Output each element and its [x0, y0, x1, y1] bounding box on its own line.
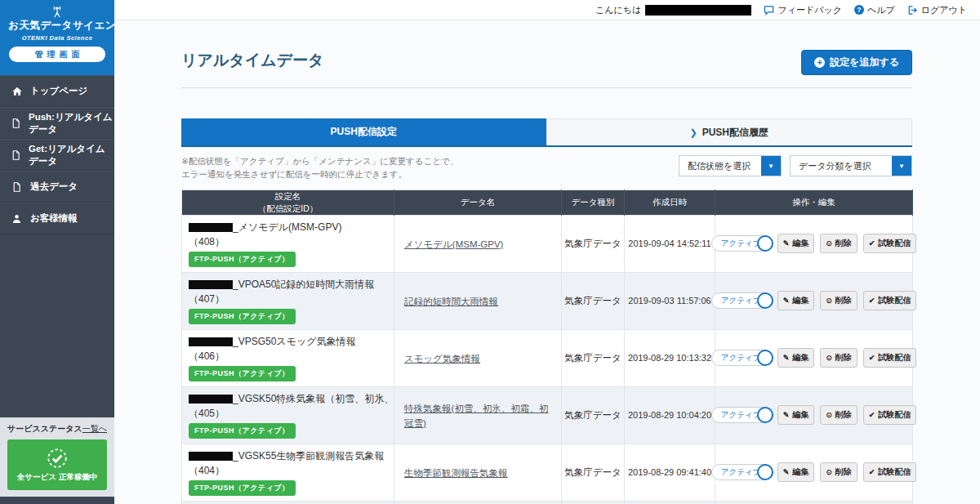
tab-push-history[interactable]: ❯ PUSH配信履歴 — [546, 118, 913, 145]
test-delivery-button[interactable]: ✔ 試験配信 — [863, 462, 917, 482]
table-row: _VPOA50記録的短時間大雨情報 （407） FTP-PUSH（アクティブ） … — [182, 272, 913, 329]
check-circle-icon — [46, 447, 69, 470]
data-name-link[interactable]: 生物季節観測報告気象報 — [404, 468, 508, 478]
check-icon: ✔ — [869, 411, 875, 419]
sidebar-item-push-realtime[interactable]: Push:リアルタイムデータ — [0, 107, 114, 139]
created-cell: 2019-09-04 14:52:11 — [625, 215, 715, 272]
service-status-box[interactable]: 全サービス 正常稼働中 — [7, 439, 107, 490]
toggle-knob[interactable] — [757, 464, 773, 480]
service-status-list-link[interactable]: 一覧へ — [82, 423, 107, 435]
data-name-link[interactable]: 記録的短時間大雨情報 — [404, 297, 498, 306]
data-name-link[interactable]: 特殊気象報(初雪、初氷、初霜、初冠雪) — [404, 404, 548, 428]
data-category-select[interactable]: データ分類を選択 ▼ — [790, 155, 912, 176]
active-toggle[interactable]: アクティブ — [711, 235, 772, 252]
redacted-customer-prefix — [189, 223, 233, 232]
created-cell: 2019-08-28 11:30:53 — [625, 501, 715, 504]
edit-button[interactable]: ✎ 編集 — [777, 405, 815, 425]
test-delivery-label: 試験配信 — [878, 295, 911, 306]
sidebar-item-label: お客様情報 — [30, 212, 78, 225]
app-window: お天気データサイエンス OTENKI Data Science 管理画面 トップ… — [0, 0, 980, 504]
delete-button[interactable]: ⊙ 削除 — [820, 291, 858, 310]
toggle-knob[interactable] — [757, 292, 773, 309]
feedback-link[interactable]: フィードバック — [764, 4, 842, 16]
delete-circle-icon: ⊙ — [826, 411, 832, 419]
test-delivery-button[interactable]: ✔ 試験配信 — [863, 291, 917, 310]
actions-cell: アクティブ ✎ 編集 ⊙ 削除 ✔ 試験配信 — [715, 272, 913, 329]
test-delivery-button[interactable]: ✔ 試験配信 — [863, 405, 917, 425]
delete-circle-icon: ⊙ — [826, 239, 832, 248]
sidebar-item-get-realtime[interactable]: Get:リアルタイムデータ — [0, 139, 114, 171]
setting-id: （405） — [189, 407, 387, 421]
created-cell: 2019-08-29 10:04:20 — [625, 386, 715, 444]
tab-push-settings[interactable]: PUSH配信設定 — [181, 118, 546, 145]
redacted-customer-prefix — [189, 452, 233, 461]
active-toggle[interactable]: アクティブ — [711, 464, 772, 480]
logout-link[interactable]: ログアウト — [907, 4, 967, 16]
data-name-link[interactable]: メソモデル(MSM-GPV) — [404, 239, 503, 249]
active-toggle[interactable]: アクティブ — [711, 350, 772, 366]
actions-cell: アクティブ ✎ 編集 ⊙ 削除 ✔ 試験配信 — [715, 329, 913, 386]
logo-title: お天気データサイエンス — [8, 19, 106, 33]
active-toggle[interactable]: アクティブ — [711, 292, 772, 309]
data-name-link[interactable]: スモッグ気象情報 — [404, 354, 480, 364]
document-icon — [11, 118, 21, 129]
toggle-knob[interactable] — [757, 235, 773, 252]
test-delivery-button[interactable]: ✔ 試験配信 — [863, 348, 917, 368]
check-icon: ✔ — [869, 297, 875, 305]
setting-id: （408） — [189, 235, 387, 249]
table-row: _メソモデル(MSM-GPV) （408） FTP-PUSH（アクティブ） メソ… — [182, 215, 913, 272]
setting-name: _VPOA50記録的短時間大雨情報 — [233, 278, 374, 292]
antenna-icon — [49, 5, 65, 18]
sidebar-item-top-page[interactable]: トップページ — [0, 75, 114, 107]
edit-button[interactable]: ✎ 編集 — [777, 234, 815, 253]
filters: 配信状態を選択 ▼ データ分類を選択 ▼ — [679, 155, 912, 176]
settings-name-cell: _VPOA50記録的短時間大雨情報 （407） FTP-PUSH（アクティブ） — [182, 272, 394, 329]
toggle-knob[interactable] — [757, 407, 773, 423]
help-icon: ? — [854, 5, 864, 15]
sidebar-item-past-data[interactable]: 過去データ — [0, 171, 114, 203]
edit-button[interactable]: ✎ 編集 — [777, 462, 815, 482]
delete-button[interactable]: ⊙ 削除 — [820, 462, 858, 482]
test-delivery-button[interactable]: ✔ 試験配信 — [863, 234, 917, 253]
logo-block[interactable]: お天気データサイエンス OTENKI Data Science 管理画面 — [0, 0, 114, 75]
sidebar-item-customer-info[interactable]: お客様情報 — [0, 203, 114, 234]
home-icon — [11, 86, 23, 97]
data-type-cell: 気象庁データ — [562, 386, 625, 444]
redacted-username — [645, 5, 751, 16]
check-icon: ✔ — [869, 468, 875, 476]
delivery-status-select[interactable]: 配信状態を選択 ▼ — [679, 155, 782, 176]
user-icon — [11, 213, 23, 225]
redacted-customer-prefix — [189, 395, 233, 404]
logout-icon — [907, 5, 918, 16]
setting-name: _VPSG50スモッグ気象情報 — [233, 335, 356, 349]
help-label: ヘルプ — [867, 4, 895, 16]
add-setting-button[interactable]: + 設定を追加する — [801, 50, 912, 75]
logo-subtitle: OTENKI Data Science — [8, 34, 106, 42]
edit-button[interactable]: ✎ 編集 — [777, 348, 815, 368]
delete-button[interactable]: ⊙ 削除 — [820, 348, 858, 368]
data-name-cell: 生物季節観測報告気象報 — [394, 444, 562, 501]
edit-label: 編集 — [792, 409, 808, 421]
service-status-title: サービスステータス — [7, 423, 82, 435]
pencil-icon: ✎ — [783, 468, 790, 476]
actions-cell: アクティブ ✎ 編集 ⊙ 削除 ✔ 試験配信 — [715, 215, 913, 272]
delete-button[interactable]: ⊙ 削除 — [820, 405, 858, 425]
edit-button[interactable]: ✎ 編集 — [777, 291, 815, 310]
delete-label: 削除 — [835, 409, 852, 421]
edit-label: 編集 — [792, 466, 808, 478]
redacted-customer-prefix — [189, 337, 233, 346]
help-link[interactable]: ? ヘルプ — [854, 4, 895, 16]
delete-label: 削除 — [835, 466, 852, 478]
settings-name-cell: _VFVO51火山の状況に関する解説情報 （403） FTP-PUSH（アクティ… — [182, 501, 394, 504]
status-note: ※配信状態を「アクティブ」から「メンテナンス」に変更することで、 エラー通知を発… — [181, 155, 458, 181]
toggle-knob[interactable] — [757, 350, 773, 366]
main-area: こんにちは フィードバック ? ヘルプ ログアウト リアルタイムデータ + — [114, 0, 980, 504]
title-row: リアルタイムデータ + 設定を追加する — [181, 20, 912, 88]
tab-label: PUSH配信設定 — [331, 125, 397, 139]
check-icon: ✔ — [869, 239, 875, 248]
delete-button[interactable]: ⊙ 削除 — [820, 234, 858, 253]
active-toggle[interactable]: アクティブ — [711, 407, 772, 423]
setting-name: _VGSK55生物季節観測報告気象報 — [233, 449, 384, 463]
data-name-cell: 特殊気象報(初雪、初氷、初霜、初冠雪) — [394, 386, 562, 444]
setting-id: （406） — [189, 350, 387, 364]
